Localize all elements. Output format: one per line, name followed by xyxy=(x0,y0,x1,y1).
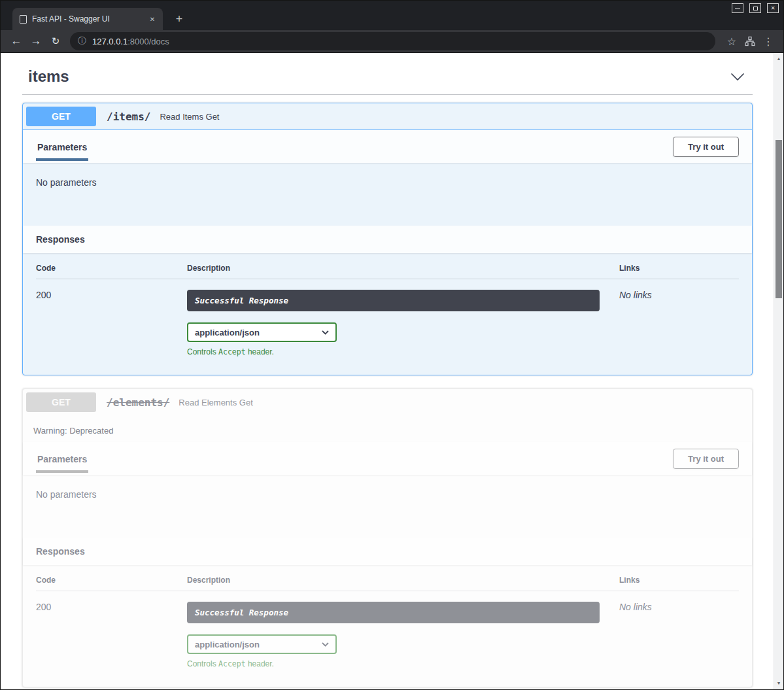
minimize-button[interactable] xyxy=(732,3,743,13)
method-badge: GET xyxy=(26,107,96,126)
col-header-description: Description xyxy=(187,264,619,279)
col-header-code: Code xyxy=(36,264,187,279)
tab-parameters[interactable]: Parameters xyxy=(36,132,88,161)
url-path: :8000/docs xyxy=(128,37,169,46)
response-description-cell: Successful Response application/json Con… xyxy=(187,279,619,356)
deprecated-body: Parameters Try it out No parameters Resp… xyxy=(23,442,752,687)
back-icon[interactable]: ← xyxy=(7,32,26,50)
maximize-icon xyxy=(753,7,758,10)
browser-tab[interactable]: Fast API - Swagger UI ✕ xyxy=(12,8,163,30)
controls-accept-note: Controls Accept header. xyxy=(187,659,619,668)
responses-table: Code Description Links 200 Successful Re… xyxy=(36,576,739,668)
media-type-value: application/json xyxy=(195,640,260,649)
titlebar: Fast API - Swagger UI ✕ + ✕ xyxy=(1,1,783,30)
accept-code: Accept xyxy=(218,659,246,668)
page-content: items GET /items/ Read Items Get Paramet… xyxy=(1,53,783,689)
endpoint-summary: Read Items Get xyxy=(157,112,219,122)
parameters-header: Parameters Try it out xyxy=(23,442,752,475)
responses-table: Code Description Links 200 Successful Re… xyxy=(36,264,739,356)
col-header-description: Description xyxy=(187,576,619,591)
tab-parameters[interactable]: Parameters xyxy=(36,444,88,473)
new-tab-button[interactable]: + xyxy=(171,11,187,27)
close-button[interactable]: ✕ xyxy=(767,3,779,13)
try-it-out-button[interactable]: Try it out xyxy=(673,449,739,469)
scrollbar-thumb[interactable] xyxy=(775,140,782,298)
col-header-links: Links xyxy=(619,576,739,591)
site-tree-icon[interactable] xyxy=(741,33,758,50)
forward-icon[interactable]: → xyxy=(27,32,45,50)
accept-code: Accept xyxy=(218,347,246,356)
reload-icon[interactable]: ↻ xyxy=(46,32,65,50)
method-badge: GET xyxy=(26,392,96,412)
response-links: No links xyxy=(619,279,739,356)
address-bar[interactable]: ⓘ 127.0.0.1:8000/docs xyxy=(70,32,715,50)
response-code: 200 xyxy=(36,279,187,356)
window-controls: ✕ xyxy=(732,3,779,13)
parameters-header: Parameters Try it out xyxy=(23,130,752,163)
response-description-cell: Successful Response application/json Con… xyxy=(187,591,619,668)
opblock-get-items: GET /items/ Read Items Get Parameters Tr… xyxy=(22,103,753,375)
responses-header: Responses xyxy=(23,226,752,253)
opblock-summary[interactable]: GET /elements/ Read Elements Get xyxy=(23,389,752,415)
media-type-select[interactable]: application/json xyxy=(187,634,337,654)
no-parameters-text: No parameters xyxy=(23,475,752,538)
responses-body: Code Description Links 200 Successful Re… xyxy=(23,253,752,375)
section-chevron-icon[interactable] xyxy=(730,73,745,81)
browser-window: Fast API - Swagger UI ✕ + ✕ ← → ↻ ⓘ 127.… xyxy=(0,0,784,690)
controls-accept-note: Controls Accept header. xyxy=(187,347,619,356)
endpoint-path: /elements/ xyxy=(96,396,176,409)
scroll-up-icon[interactable]: ▲ xyxy=(774,54,783,63)
responses-title: Responses xyxy=(36,234,85,245)
vertical-scrollbar[interactable]: ▲ ▼ xyxy=(774,53,783,689)
browser-toolbar: ← → ↻ ⓘ 127.0.0.1:8000/docs ☆ ⋮ xyxy=(1,30,783,53)
tag-section-header[interactable]: items xyxy=(22,58,753,95)
swagger-ui: items GET /items/ Read Items Get Paramet… xyxy=(1,53,774,689)
try-it-out-button[interactable]: Try it out xyxy=(673,137,739,157)
response-links: No links xyxy=(619,591,739,668)
response-code: 200 xyxy=(36,591,187,668)
response-description: Successful Response xyxy=(187,290,600,311)
responses-header: Responses xyxy=(23,538,752,565)
opblock-get-elements-deprecated: GET /elements/ Read Elements Get Warning… xyxy=(22,388,753,687)
scroll-down-icon[interactable]: ▼ xyxy=(774,679,783,687)
url-text: 127.0.0.1:8000/docs xyxy=(92,37,169,46)
url-host: 127.0.0.1 xyxy=(92,37,128,46)
col-header-code: Code xyxy=(36,576,187,591)
maximize-button[interactable] xyxy=(749,3,761,13)
media-type-select[interactable]: application/json xyxy=(187,322,337,342)
responses-title: Responses xyxy=(36,546,85,557)
opblock-summary[interactable]: GET /items/ Read Items Get xyxy=(23,103,752,130)
minimize-icon xyxy=(735,8,740,9)
site-tree-glyph xyxy=(745,36,755,46)
no-parameters-text: No parameters xyxy=(23,163,752,226)
bookmark-star-icon[interactable]: ☆ xyxy=(723,33,740,50)
responses-body: Code Description Links 200 Successful Re… xyxy=(23,565,752,687)
site-info-icon[interactable]: ⓘ xyxy=(78,35,86,47)
endpoint-path: /items/ xyxy=(96,111,157,123)
tab-close-icon[interactable]: ✕ xyxy=(147,14,158,24)
page-favicon-icon xyxy=(20,15,27,24)
endpoint-summary: Read Elements Get xyxy=(176,398,252,407)
tag-title: items xyxy=(28,67,69,86)
col-header-links: Links xyxy=(619,264,739,279)
response-description: Successful Response xyxy=(187,602,600,623)
chevron-down-icon xyxy=(322,642,329,647)
deprecated-warning: Warning: Deprecated xyxy=(23,415,752,442)
chevron-down-icon xyxy=(322,330,329,335)
tab-title: Fast API - Swagger UI xyxy=(32,14,142,24)
menu-kebab-icon[interactable]: ⋮ xyxy=(760,33,777,50)
media-type-value: application/json xyxy=(195,328,260,337)
